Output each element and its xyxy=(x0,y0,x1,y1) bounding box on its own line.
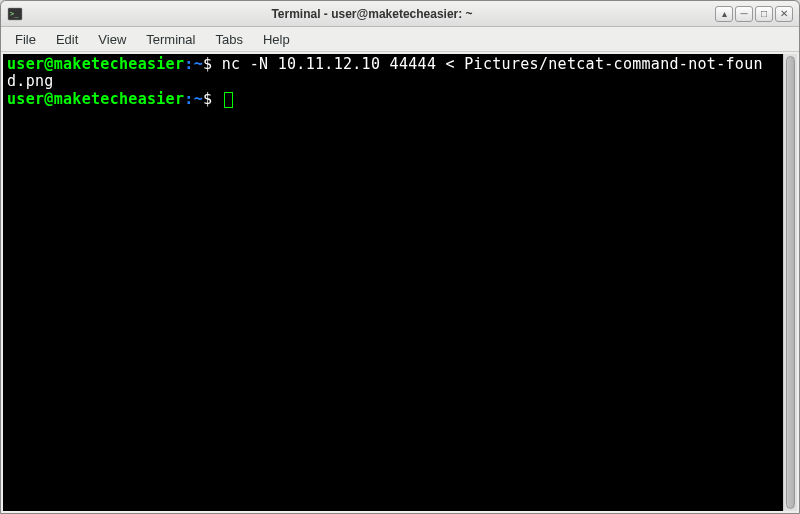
window-controls: ▴ ─ □ ✕ xyxy=(715,6,793,22)
svg-text:>_: >_ xyxy=(10,10,19,18)
window-title: Terminal - user@maketecheasier: ~ xyxy=(29,7,715,21)
terminal-icon: >_ xyxy=(7,6,23,22)
menu-file[interactable]: File xyxy=(5,29,46,50)
prompt-path: ~ xyxy=(194,90,203,108)
titlebar[interactable]: >_ Terminal - user@maketecheasier: ~ ▴ ─… xyxy=(1,1,799,27)
menubar: File Edit View Terminal Tabs Help xyxy=(1,27,799,52)
minimize-button[interactable]: ─ xyxy=(735,6,753,22)
cursor xyxy=(224,92,233,108)
prompt-path: ~ xyxy=(194,55,203,73)
prompt-dollar: $ xyxy=(203,90,222,108)
scrollbar[interactable] xyxy=(783,54,797,511)
maximize-button[interactable]: □ xyxy=(755,6,773,22)
menu-tabs[interactable]: Tabs xyxy=(205,29,252,50)
scrollbar-thumb[interactable] xyxy=(786,56,795,509)
terminal-area: user@maketecheasier:~$ nc -N 10.11.12.10… xyxy=(1,52,799,513)
stick-button[interactable]: ▴ xyxy=(715,6,733,22)
prompt-dollar: $ xyxy=(203,55,222,73)
menu-view[interactable]: View xyxy=(88,29,136,50)
terminal-window: >_ Terminal - user@maketecheasier: ~ ▴ ─… xyxy=(0,0,800,514)
menu-edit[interactable]: Edit xyxy=(46,29,88,50)
menu-terminal[interactable]: Terminal xyxy=(136,29,205,50)
menu-help[interactable]: Help xyxy=(253,29,300,50)
prompt-user: user@maketecheasier xyxy=(7,55,184,73)
terminal-content[interactable]: user@maketecheasier:~$ nc -N 10.11.12.10… xyxy=(3,54,783,511)
close-button[interactable]: ✕ xyxy=(775,6,793,22)
prompt-user: user@maketecheasier xyxy=(7,90,184,108)
prompt-sep: : xyxy=(184,55,193,73)
prompt-sep: : xyxy=(184,90,193,108)
